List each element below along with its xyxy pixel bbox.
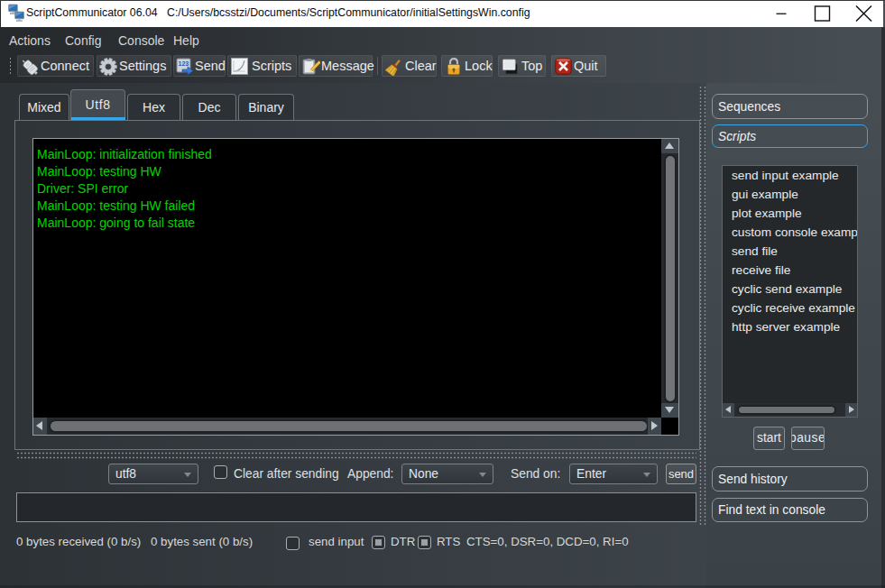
svg-text:123: 123 [179,60,189,67]
